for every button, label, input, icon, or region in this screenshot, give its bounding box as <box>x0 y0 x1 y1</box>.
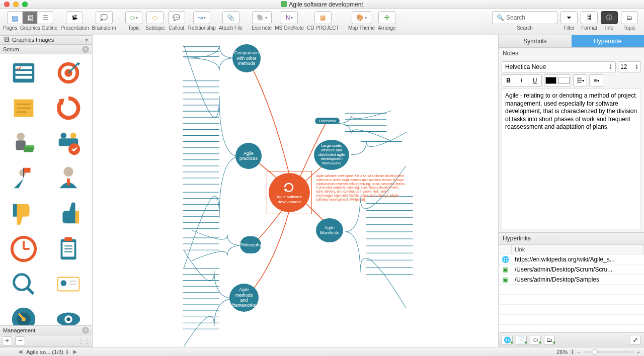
outline-view-button[interactable]: ☰ <box>38 12 53 24</box>
hyperlink-row[interactable]: 🌐https://en.wikipedia.org/wiki/Agile_s..… <box>499 254 644 264</box>
hyperlinks-header: Hyperlinks <box>499 232 644 244</box>
font-size-select[interactable]: 12▲▼ <box>618 61 641 72</box>
callout-button[interactable]: 💬 <box>168 11 185 24</box>
format-button[interactable]: 🎛 <box>581 11 598 24</box>
remove-library-button[interactable]: − <box>15 336 25 345</box>
add-library-button[interactable]: + <box>2 336 12 345</box>
graphics-images-header[interactable]: 🖼Graphics Images ▼ <box>0 35 92 44</box>
evernote-button[interactable]: 🐘▾ <box>252 11 272 24</box>
bg-color-button[interactable] <box>557 75 571 86</box>
node-largescale[interactable]: Large-scale, offshore and distributed ag… <box>314 140 349 170</box>
topic-button[interactable]: ⬭▾ <box>125 11 142 24</box>
zoom-out-button[interactable]: − <box>577 349 580 355</box>
graphic-money-person[interactable] <box>2 127 45 160</box>
add-page-link-button[interactable]: 🗂+ <box>544 335 555 345</box>
evernote-label: Evernote <box>252 25 272 31</box>
graphic-reload[interactable] <box>47 92 91 125</box>
attach-file-button[interactable]: 📎 <box>222 11 239 24</box>
left-sidebar: 🖼Graphics Images ▼ Scrum × <box>0 35 93 347</box>
zoom-slider[interactable] <box>584 351 634 353</box>
search-input[interactable]: 🔍 <box>492 11 557 24</box>
scrum-header[interactable]: Scrum × <box>0 44 92 54</box>
onenote-label: MS OneNote <box>275 25 304 31</box>
filter-label: Filter <box>564 25 575 31</box>
notes-textarea[interactable]: Agile - relating to or denoting a method… <box>502 88 641 229</box>
graphic-id-card[interactable] <box>47 268 91 301</box>
dropdown-icon[interactable]: ▼ <box>84 37 89 43</box>
search-icon: 🔍 <box>497 14 504 21</box>
cdproject-button[interactable]: ▦ <box>314 11 332 24</box>
graphic-gauge[interactable] <box>2 303 45 325</box>
add-topic-link-button[interactable]: ⬭+ <box>530 335 541 345</box>
tab-symbols[interactable]: Symbols <box>499 35 572 48</box>
svg-rect-29 <box>75 211 79 223</box>
map-theme-button[interactable]: 🎨▾ <box>352 11 371 24</box>
subtopic-button[interactable]: ⬭ <box>146 11 164 24</box>
node-overview[interactable]: Overview <box>315 118 340 124</box>
hyperlink-row[interactable]: ▣/Users/admin/Desktop/Scrum/Scru... <box>499 264 644 275</box>
underline-button[interactable]: U <box>528 75 541 86</box>
svg-point-18 <box>61 133 67 139</box>
mindmap-canvas[interactable]: Agile software development Comparison wi… <box>93 35 498 347</box>
page-next-button[interactable]: ▶ <box>71 348 79 355</box>
zoom-in-button[interactable]: + <box>637 349 640 355</box>
node-comparison[interactable]: Comparison with other methods <box>232 44 261 72</box>
presentation-button[interactable]: 📽 <box>66 11 83 24</box>
onenote-button[interactable]: N▾ <box>281 11 298 24</box>
graphic-clock[interactable] <box>2 232 45 265</box>
svg-line-40 <box>27 288 33 294</box>
bold-button[interactable]: B <box>502 75 515 86</box>
node-philosophy[interactable]: Philosophy <box>240 236 261 253</box>
graphic-flag-person[interactable] <box>2 162 45 195</box>
text-color-button[interactable] <box>544 75 557 86</box>
graphic-businessman[interactable] <box>47 162 91 195</box>
add-file-link-button[interactable]: 📄+ <box>516 335 527 345</box>
page-stepper[interactable]: ▲▼ <box>65 349 69 355</box>
graphic-magnifier[interactable] <box>2 268 45 301</box>
align-button[interactable]: ≡▾ <box>590 75 603 86</box>
page-indicator[interactable]: Agile so... (1/3) <box>26 349 63 355</box>
globe-icon: 🌐 <box>499 256 512 263</box>
graphic-checklist[interactable] <box>2 56 45 90</box>
font-select[interactable]: Helvetica Neue▲▼ <box>502 61 616 72</box>
relationship-button[interactable]: ↝▾ <box>193 11 210 24</box>
link-column-header[interactable]: Link <box>512 245 644 254</box>
svg-rect-17 <box>24 147 33 152</box>
management-header[interactable]: Management × <box>0 325 92 335</box>
close-management-button[interactable]: × <box>82 327 89 334</box>
handle-icon[interactable]: ⋮⋮ <box>78 337 90 344</box>
close-scrum-button[interactable]: × <box>82 46 89 53</box>
graphic-sticky[interactable] <box>2 92 45 125</box>
node-manifesto[interactable]: Agile Manifesto <box>316 218 343 242</box>
graphic-thumbs-up[interactable] <box>47 197 91 230</box>
tab-hypernote[interactable]: Hypernote <box>572 35 645 48</box>
topic-panel-button[interactable]: 🗂 <box>621 11 638 24</box>
central-topic[interactable]: Agile software development <box>269 173 310 212</box>
zoom-value: 26% <box>556 349 568 355</box>
brainstorm-button[interactable]: 💭 <box>96 11 113 24</box>
pages-view-button[interactable]: ▤ <box>8 12 23 24</box>
format-label: Format <box>581 25 597 31</box>
expand-hyperlinks-button[interactable]: ⤢ <box>630 335 641 345</box>
page-prev-button[interactable]: ◀ <box>16 348 24 355</box>
hyperlinks-table: Link 🌐https://en.wikipedia.org/wiki/Agil… <box>499 244 644 332</box>
topic-panel-label: Topic <box>623 25 635 31</box>
attach-file-label: Attach File <box>219 25 243 31</box>
add-web-link-button[interactable]: 🌐+ <box>502 335 513 345</box>
arrange-button[interactable]: ✣ <box>378 11 395 24</box>
filter-button[interactable]: ⏷ <box>560 11 578 24</box>
toolbar: ▤ 🖼 ☰ Pages Graphics Outline 📽 Presentat… <box>0 9 644 35</box>
node-practices[interactable]: Agile practices <box>235 143 262 169</box>
graphic-target[interactable] <box>47 56 91 90</box>
node-methods[interactable]: Agile methods and frameworks <box>229 284 259 312</box>
graphic-thumbs-down[interactable] <box>2 197 45 230</box>
graphic-team-gear[interactable] <box>47 127 91 160</box>
list-button[interactable]: ☰▾ <box>574 75 587 86</box>
zoom-stepper[interactable]: ▲▼ <box>571 349 574 355</box>
hyperlink-row[interactable]: ▣/Users/admin/Desktop/Samples <box>499 275 644 285</box>
graphics-view-button[interactable]: 🖼 <box>23 12 38 24</box>
italic-button[interactable]: I <box>515 75 528 86</box>
info-button[interactable]: ⓘ <box>601 11 618 24</box>
graphic-eye[interactable] <box>47 303 91 325</box>
graphic-clipboard[interactable] <box>47 232 91 265</box>
